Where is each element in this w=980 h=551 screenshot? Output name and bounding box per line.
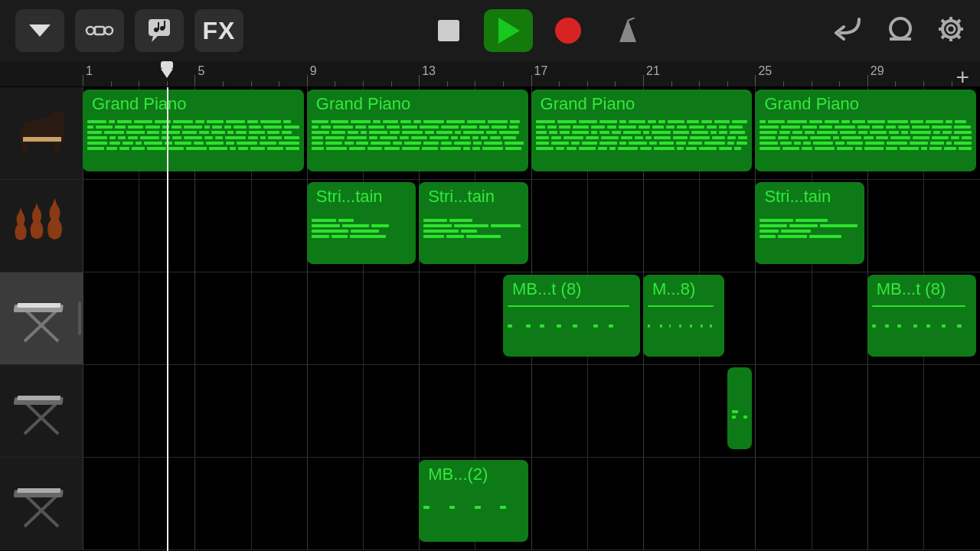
track-lanes[interactable]: Grand PianoGrand PianoGrand PianoGrand P… bbox=[83, 87, 980, 551]
speech-music-icon bbox=[145, 19, 173, 42]
stop-button[interactable] bbox=[424, 9, 473, 52]
play-icon bbox=[497, 18, 520, 44]
midi-notes-preview bbox=[423, 491, 523, 537]
svg-point-1 bbox=[87, 27, 94, 34]
svg-rect-14 bbox=[890, 37, 911, 41]
svg-line-23 bbox=[942, 35, 945, 38]
midi-notes-preview bbox=[536, 120, 748, 167]
svg-rect-31 bbox=[17, 303, 60, 308]
midi-notes-preview bbox=[508, 305, 635, 352]
loop-browser-button[interactable] bbox=[135, 9, 184, 52]
record-icon bbox=[555, 18, 581, 44]
midi-region[interactable]: MB...t (8) bbox=[867, 275, 976, 357]
track-lane[interactable]: MB...t (8)M...8)MB...t (8) bbox=[83, 272, 980, 365]
svg-rect-2 bbox=[95, 27, 104, 34]
midi-notes-preview bbox=[760, 120, 972, 167]
svg-rect-7 bbox=[164, 21, 165, 28]
fx-button[interactable]: FX bbox=[194, 9, 243, 52]
midi-region[interactable] bbox=[727, 367, 753, 449]
metronome-icon bbox=[616, 18, 639, 44]
midi-notes-preview bbox=[648, 305, 720, 352]
svg-point-3 bbox=[105, 27, 113, 34]
midi-region[interactable]: Grand Piano bbox=[755, 90, 976, 171]
region-label: Grand Piano bbox=[316, 94, 411, 114]
region-label: Grand Piano bbox=[764, 94, 859, 114]
track-header-keyboard-dark[interactable] bbox=[0, 458, 83, 550]
track-lane[interactable]: Stri...tainStri...tainStri...tain bbox=[83, 180, 980, 272]
stop-icon bbox=[438, 20, 459, 41]
midi-region[interactable]: MB...t (8) bbox=[503, 275, 640, 357]
svg-rect-8 bbox=[438, 20, 459, 41]
midi-region[interactable]: Grand Piano bbox=[83, 90, 304, 171]
svg-point-15 bbox=[942, 21, 959, 37]
midi-region[interactable]: Stri...tain bbox=[307, 182, 416, 264]
region-label: MB...(2) bbox=[428, 465, 488, 484]
svg-rect-5 bbox=[158, 22, 159, 30]
svg-rect-27 bbox=[23, 137, 61, 142]
workspace: Grand PianoGrand PianoGrand PianoGrand P… bbox=[0, 87, 980, 551]
midi-notes-preview bbox=[760, 213, 859, 259]
region-label: Stri...tain bbox=[764, 187, 831, 207]
svg-point-13 bbox=[890, 18, 910, 38]
region-label: MB...t (8) bbox=[877, 279, 946, 299]
region-label: MB...t (8) bbox=[512, 279, 581, 299]
chevron-down-icon bbox=[27, 23, 53, 38]
midi-region[interactable]: Grand Piano bbox=[531, 90, 753, 171]
settings-button[interactable] bbox=[937, 15, 965, 46]
midi-region[interactable]: Grand Piano bbox=[307, 90, 528, 171]
track-lane[interactable] bbox=[83, 365, 980, 458]
undo-button[interactable] bbox=[833, 18, 864, 44]
midi-region[interactable]: Stri...tain bbox=[755, 182, 864, 264]
track-resize-handle[interactable] bbox=[78, 302, 81, 335]
toolbar: FX bbox=[0, 0, 980, 61]
midi-notes-preview bbox=[423, 213, 523, 259]
track-header-keyboard[interactable] bbox=[0, 272, 83, 365]
svg-marker-11 bbox=[619, 19, 636, 42]
region-label: Grand Piano bbox=[541, 94, 635, 114]
track-headers bbox=[0, 87, 83, 551]
svg-line-12 bbox=[628, 18, 635, 21]
midi-region[interactable]: MB...(2) bbox=[419, 460, 528, 542]
region-label: M...8) bbox=[652, 279, 695, 299]
svg-marker-9 bbox=[498, 18, 520, 44]
playhead-line[interactable] bbox=[167, 87, 168, 551]
midi-region[interactable]: M...8) bbox=[643, 275, 724, 357]
track-header-grand-piano[interactable] bbox=[0, 87, 83, 180]
midi-notes-preview bbox=[312, 213, 411, 259]
midi-notes-preview bbox=[732, 398, 748, 445]
midi-notes-preview bbox=[312, 120, 524, 167]
track-lane[interactable]: MB...(2) bbox=[83, 458, 980, 550]
fx-label: FX bbox=[203, 17, 236, 45]
svg-rect-39 bbox=[17, 488, 60, 493]
svg-marker-26 bbox=[161, 69, 173, 78]
svg-line-21 bbox=[942, 20, 945, 23]
metronome-button[interactable] bbox=[603, 9, 652, 52]
track-header-keyboard-dark[interactable] bbox=[0, 365, 83, 458]
track-lane[interactable]: Grand PianoGrand PianoGrand PianoGrand P… bbox=[83, 87, 980, 180]
add-section-button[interactable]: + bbox=[956, 64, 969, 90]
svg-line-22 bbox=[957, 35, 960, 38]
play-button[interactable] bbox=[484, 9, 533, 52]
record-button[interactable] bbox=[544, 9, 593, 52]
svg-line-24 bbox=[957, 20, 960, 23]
midi-region[interactable]: Stri...tain bbox=[419, 182, 528, 264]
midi-notes-preview bbox=[87, 120, 299, 167]
region-label: Stri...tain bbox=[428, 187, 495, 207]
timeline-ruler[interactable]: 1591317212529 + bbox=[0, 61, 980, 87]
region-label: Grand Piano bbox=[92, 94, 187, 114]
tracks-menu-button[interactable] bbox=[15, 9, 64, 52]
loop-icon bbox=[887, 16, 914, 42]
gear-icon bbox=[937, 15, 965, 43]
svg-rect-35 bbox=[17, 396, 60, 400]
svg-point-10 bbox=[555, 18, 581, 44]
track-header-strings[interactable] bbox=[0, 180, 83, 272]
view-toggle-button[interactable] bbox=[75, 9, 124, 52]
playhead-marker[interactable] bbox=[167, 61, 177, 81]
view-icon bbox=[84, 21, 115, 40]
svg-point-16 bbox=[947, 25, 955, 33]
svg-marker-0 bbox=[29, 24, 51, 37]
undo-icon bbox=[833, 18, 864, 41]
loop-button[interactable] bbox=[887, 16, 914, 45]
midi-notes-preview bbox=[872, 305, 972, 352]
svg-rect-25 bbox=[161, 61, 173, 69]
